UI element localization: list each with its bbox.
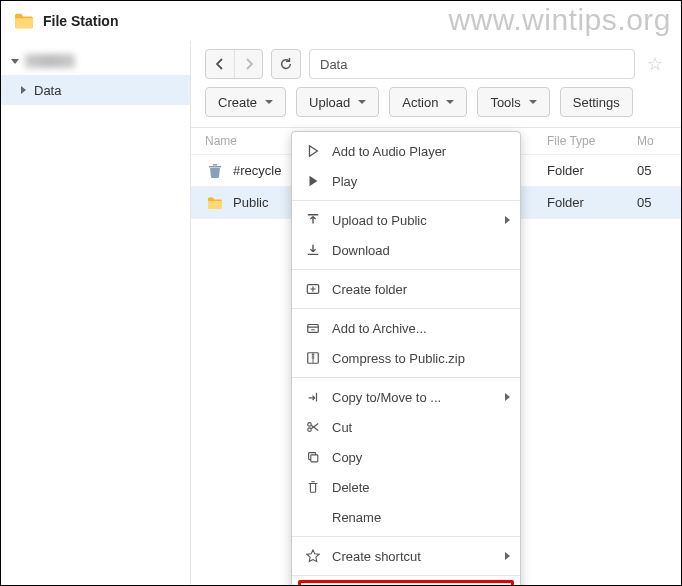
ctx-play[interactable]: Play xyxy=(292,166,520,196)
tree-root[interactable] xyxy=(1,47,190,75)
settings-button[interactable]: Settings xyxy=(560,87,633,117)
window-title: File Station xyxy=(43,13,118,29)
folder-plus-icon xyxy=(304,280,322,298)
caret-down-icon xyxy=(11,59,19,64)
back-button[interactable] xyxy=(206,50,234,78)
chevron-right-icon xyxy=(505,393,510,401)
sidebar-item-data[interactable]: Data xyxy=(1,75,190,105)
ctx-add-audio[interactable]: Add to Audio Player xyxy=(292,136,520,166)
separator xyxy=(292,377,520,378)
separator xyxy=(292,536,520,537)
nav-group xyxy=(205,49,263,79)
ctx-copy-move[interactable]: Copy to/Move to ... xyxy=(292,382,520,412)
ctx-create-folder[interactable]: Create folder xyxy=(292,274,520,304)
caret-right-icon xyxy=(21,86,26,94)
upload-button[interactable]: Upload xyxy=(296,87,379,117)
ctx-download[interactable]: Download xyxy=(292,235,520,265)
separator xyxy=(292,575,520,576)
file-type: Folder xyxy=(547,195,637,210)
folder-icon xyxy=(205,193,225,213)
svg-point-3 xyxy=(308,423,312,427)
trash-icon xyxy=(304,478,322,496)
folder-icon xyxy=(13,12,35,30)
sidebar: Data xyxy=(1,41,191,585)
separator xyxy=(292,308,520,309)
ctx-compress[interactable]: Compress to Public.zip xyxy=(292,343,520,373)
ctx-copy[interactable]: Copy xyxy=(292,442,520,472)
move-icon xyxy=(304,388,322,406)
play-icon xyxy=(304,172,322,190)
play-outline-icon xyxy=(304,142,322,160)
separator xyxy=(292,269,520,270)
col-mod[interactable]: Mo xyxy=(637,134,667,148)
archive-icon xyxy=(304,319,322,337)
file-mod: 05 xyxy=(637,195,667,210)
refresh-button[interactable] xyxy=(271,49,301,79)
ctx-add-archive[interactable]: Add to Archive... xyxy=(292,313,520,343)
nav-toolbar: Data ☆ xyxy=(191,41,681,87)
scissors-icon xyxy=(304,418,322,436)
file-type: Folder xyxy=(547,163,637,178)
svg-rect-6 xyxy=(311,455,318,462)
download-icon xyxy=(304,241,322,259)
upload-icon xyxy=(304,211,322,229)
chevron-right-icon xyxy=(505,216,510,224)
action-button[interactable]: Action xyxy=(389,87,467,117)
chevron-right-icon xyxy=(505,552,510,560)
star-icon xyxy=(304,547,322,565)
separator xyxy=(292,200,520,201)
zip-icon xyxy=(304,349,322,367)
favorite-star-icon[interactable]: ☆ xyxy=(643,53,667,75)
svg-point-4 xyxy=(308,428,312,432)
titlebar: File Station xyxy=(1,1,681,41)
ctx-create-shortcut[interactable]: Create shortcut xyxy=(292,541,520,571)
blurred-root-label xyxy=(25,54,75,68)
path-input[interactable]: Data xyxy=(309,49,635,79)
trash-icon xyxy=(205,161,225,181)
ctx-delete[interactable]: Delete xyxy=(292,472,520,502)
tools-button[interactable]: Tools xyxy=(477,87,549,117)
col-type[interactable]: File Type xyxy=(547,134,637,148)
forward-button[interactable] xyxy=(234,50,262,78)
file-name: Public xyxy=(233,195,268,210)
create-button[interactable]: Create xyxy=(205,87,286,117)
ctx-rename[interactable]: Rename xyxy=(292,502,520,532)
sidebar-item-label: Data xyxy=(34,83,61,98)
context-menu: Add to Audio Player Play Upload to Publi… xyxy=(291,131,521,586)
blank-icon xyxy=(304,508,322,526)
copy-icon xyxy=(304,448,322,466)
file-mod: 05 xyxy=(637,163,667,178)
actions-toolbar: Create Upload Action Tools Settings xyxy=(191,87,681,128)
ctx-upload-to[interactable]: Upload to Public xyxy=(292,205,520,235)
ctx-cut[interactable]: Cut xyxy=(292,412,520,442)
file-name: #recycle xyxy=(233,163,281,178)
highlight-box: Properties xyxy=(298,580,514,586)
svg-rect-1 xyxy=(308,325,319,333)
